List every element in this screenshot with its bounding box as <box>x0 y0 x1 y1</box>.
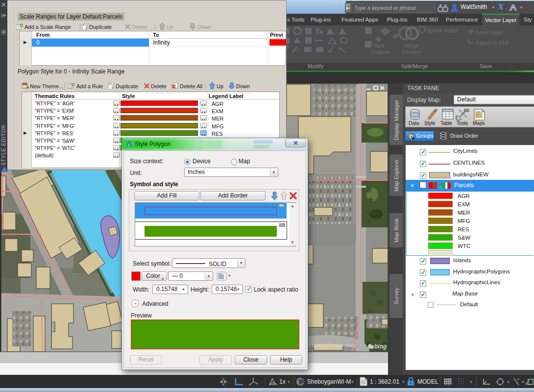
svg-text:Feature: Feature <box>402 49 421 55</box>
svg-text:Split: Split <box>374 43 384 49</box>
svg-text:Export to SDF: Export to SDF <box>476 40 510 46</box>
svg-text:...: ... <box>438 184 442 189</box>
svg-text:Save Layer: Save Layer <box>476 29 503 35</box>
svg-text:Feature: Feature <box>371 49 389 55</box>
svg-text:bing: bing <box>374 343 387 350</box>
svg-text:Ignore Rules: Ignore Rules <box>427 27 458 33</box>
svg-text:Merge: Merge <box>404 43 419 49</box>
